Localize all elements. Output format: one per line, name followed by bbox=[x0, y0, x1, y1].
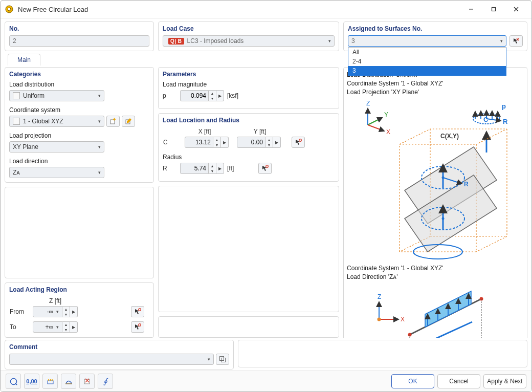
c-y-input[interactable] bbox=[237, 137, 265, 148]
to-spinner[interactable]: ▲▼ bbox=[62, 321, 70, 333]
caption-line-3: Load Projection 'XY Plane' bbox=[347, 88, 524, 97]
chevron-down-icon: ▾ bbox=[98, 119, 101, 124]
pick-from-button[interactable] bbox=[131, 306, 144, 317]
to-value: +∞ bbox=[45, 323, 53, 331]
categories-panel: Categories Load distribution Uniform ▾ C… bbox=[5, 67, 154, 183]
load-distribution-select[interactable]: Uniform ▾ bbox=[9, 90, 104, 101]
assigned-option-3[interactable]: 3 bbox=[348, 66, 506, 75]
svg-point-37 bbox=[442, 217, 445, 220]
comment-library-button[interactable] bbox=[216, 354, 229, 365]
loadcase-badge: Q| B bbox=[168, 38, 184, 45]
cancel-button[interactable]: Cancel bbox=[437, 374, 480, 388]
tool-a-button[interactable] bbox=[42, 374, 58, 389]
minimize-button[interactable] bbox=[460, 2, 482, 16]
chevron-down-icon: ▾ bbox=[328, 38, 331, 43]
svg-text:C(X,Y): C(X,Y) bbox=[440, 133, 459, 140]
preview-image-1: Z Y X bbox=[347, 98, 524, 262]
acting-region-panel: Load Acting Region Z [ft] From -∞ ▾ bbox=[5, 282, 154, 338]
number-panel: No. 2 bbox=[5, 21, 154, 51]
assigned-option-all[interactable]: All bbox=[348, 48, 506, 57]
magnitude-label: Load magnitude bbox=[163, 81, 335, 88]
load-distribution-value: Uniform bbox=[23, 92, 45, 99]
units-button[interactable]: 0,00 bbox=[24, 374, 39, 389]
chevron-down-icon: ▾ bbox=[98, 170, 101, 175]
chevron-down-icon: ▾ bbox=[98, 144, 101, 149]
from-spinner[interactable]: ▲▼ bbox=[62, 306, 70, 317]
tab-main[interactable]: Main bbox=[8, 54, 40, 66]
ok-button[interactable]: OK bbox=[391, 374, 434, 388]
new-cs-button[interactable] bbox=[106, 116, 120, 127]
comment-select[interactable]: ▾ bbox=[9, 354, 214, 365]
assigned-option-range[interactable]: 2-4 bbox=[348, 57, 506, 66]
load-distribution-label: Load distribution bbox=[9, 81, 149, 88]
magnitude-unit: [ksf] bbox=[227, 92, 238, 99]
location-title: Load Location and Radius bbox=[163, 117, 335, 124]
load-projection-select[interactable]: XY Plane ▾ bbox=[9, 141, 104, 153]
edit-cs-button[interactable] bbox=[122, 116, 135, 127]
chevron-down-icon: ▾ bbox=[500, 38, 503, 43]
svg-rect-3 bbox=[492, 8, 496, 11]
cs-swatch bbox=[13, 118, 20, 125]
assigned-select[interactable]: 3 ▾ bbox=[348, 35, 506, 47]
from-value: -∞ bbox=[47, 308, 53, 315]
tool-c-button[interactable] bbox=[79, 374, 95, 389]
c-label: C bbox=[163, 136, 177, 148]
svg-text:X: X bbox=[401, 316, 405, 323]
coordinate-system-label: Coordinate system bbox=[9, 106, 149, 114]
magnitude-spinner[interactable]: ▲▼ bbox=[209, 90, 216, 101]
parameters-panel: Parameters Load magnitude p ▲▼ ▶ [ksf] bbox=[158, 67, 339, 109]
apply-next-button[interactable]: Apply & Next bbox=[483, 374, 526, 388]
c-y-play[interactable]: ▶ bbox=[273, 137, 281, 148]
dialog-window: New Free Circular Load No. 2 bbox=[0, 0, 532, 392]
left-column: Categories Load distribution Uniform ▾ C… bbox=[5, 67, 154, 338]
window-title: New Free Circular Load bbox=[18, 6, 88, 13]
radius-spinner[interactable]: ▲▼ bbox=[209, 163, 216, 174]
to-value-select[interactable]: +∞ ▾ bbox=[33, 321, 62, 333]
coordinate-system-select[interactable]: 1 - Global XYZ ▾ bbox=[9, 116, 104, 127]
svg-line-16 bbox=[368, 118, 382, 125]
load-projection-value: XY Plane bbox=[13, 143, 38, 150]
from-value-select[interactable]: -∞ ▾ bbox=[33, 306, 62, 317]
from-play[interactable]: ▶ bbox=[70, 306, 78, 317]
svg-rect-65 bbox=[65, 383, 72, 384]
number-input[interactable]: 2 bbox=[9, 35, 149, 47]
load-direction-select[interactable]: Zᴀ ▾ bbox=[9, 167, 104, 178]
number-value: 2 bbox=[13, 37, 16, 45]
pick-c-button[interactable] bbox=[292, 137, 305, 148]
magnitude-input[interactable] bbox=[180, 90, 209, 101]
svg-text:X: X bbox=[386, 128, 390, 136]
tool-b-button[interactable] bbox=[61, 374, 76, 389]
load-distribution-swatch bbox=[13, 92, 20, 99]
svg-point-10 bbox=[139, 309, 141, 311]
pick-to-button[interactable] bbox=[131, 321, 144, 333]
load-projection-label: Load projection bbox=[9, 132, 149, 139]
magnitude-play[interactable]: ▶ bbox=[216, 90, 224, 101]
loadcase-select[interactable]: Q| B LC3 - Imposed loads ▾ bbox=[163, 35, 335, 47]
magnitude-symbol: p bbox=[163, 92, 171, 99]
svg-point-1 bbox=[8, 8, 11, 11]
loadcase-value: LC3 - Imposed loads bbox=[187, 37, 244, 45]
close-button[interactable] bbox=[505, 2, 527, 16]
c-x-play[interactable]: ▶ bbox=[221, 137, 229, 148]
maximize-button[interactable] bbox=[482, 2, 505, 16]
assigned-label: Assigned to Surfaces No. bbox=[348, 25, 523, 32]
c-x-spinner[interactable]: ▲▼ bbox=[213, 137, 221, 148]
radius-symbol: R bbox=[163, 165, 173, 172]
radius-input[interactable] bbox=[180, 163, 209, 174]
assigned-dropdown: All 2-4 3 bbox=[348, 47, 506, 76]
tool-d-button[interactable]: ∮ bbox=[98, 374, 113, 389]
pick-surface-button[interactable] bbox=[509, 35, 523, 47]
c-y-spinner[interactable]: ▲▼ bbox=[265, 137, 273, 148]
y-header: Y [ft] bbox=[232, 127, 287, 136]
to-play[interactable]: ▶ bbox=[70, 321, 78, 333]
caption-line-2: Coordinate System '1 - Global XYZ' bbox=[347, 79, 524, 88]
loadcase-panel: Load Case Q| B LC3 - Imposed loads ▾ bbox=[158, 21, 339, 51]
help-button[interactable] bbox=[6, 374, 21, 389]
from-label: From bbox=[9, 306, 32, 318]
blank-mid-panel bbox=[158, 186, 339, 312]
svg-rect-61 bbox=[221, 358, 226, 362]
number-label: No. bbox=[9, 25, 149, 32]
radius-play[interactable]: ▶ bbox=[216, 163, 224, 174]
pick-radius-button[interactable] bbox=[258, 163, 272, 174]
c-x-input[interactable] bbox=[185, 137, 213, 148]
